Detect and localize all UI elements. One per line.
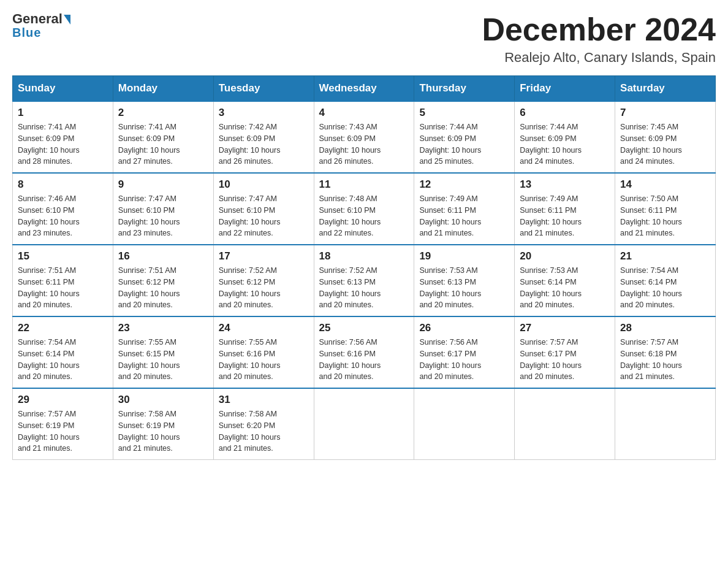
day-cell-10: 10Sunrise: 7:47 AMSunset: 6:10 PMDayligh… — [213, 173, 314, 245]
day-info: Sunrise: 7:45 AMSunset: 6:09 PMDaylight:… — [620, 121, 710, 167]
day-cell-4: 4Sunrise: 7:43 AMSunset: 6:09 PMDaylight… — [314, 101, 414, 173]
day-cell-29: 29Sunrise: 7:57 AMSunset: 6:19 PMDayligh… — [13, 388, 113, 460]
day-cell-30: 30Sunrise: 7:58 AMSunset: 6:19 PMDayligh… — [113, 388, 213, 460]
day-cell-17: 17Sunrise: 7:52 AMSunset: 6:12 PMDayligh… — [213, 245, 314, 316]
week-row-2: 8Sunrise: 7:46 AMSunset: 6:10 PMDaylight… — [13, 173, 716, 245]
day-cell-7: 7Sunrise: 7:45 AMSunset: 6:09 PMDaylight… — [615, 101, 716, 173]
day-number: 10 — [219, 178, 309, 191]
day-info: Sunrise: 7:52 AMSunset: 6:13 PMDaylight:… — [319, 265, 409, 311]
day-number: 18 — [319, 250, 409, 262]
day-cell-23: 23Sunrise: 7:55 AMSunset: 6:15 PMDayligh… — [113, 316, 213, 388]
day-info: Sunrise: 7:49 AMSunset: 6:11 PMDaylight:… — [520, 193, 610, 239]
day-number: 2 — [118, 107, 208, 119]
day-number: 30 — [118, 394, 208, 406]
day-info: Sunrise: 7:54 AMSunset: 6:14 PMDaylight:… — [18, 337, 108, 383]
day-number: 6 — [520, 107, 610, 119]
day-cell-27: 27Sunrise: 7:57 AMSunset: 6:17 PMDayligh… — [515, 316, 615, 388]
day-cell-6: 6Sunrise: 7:44 AMSunset: 6:09 PMDaylight… — [515, 101, 615, 173]
week-row-3: 15Sunrise: 7:51 AMSunset: 6:11 PMDayligh… — [13, 245, 716, 316]
day-cell-1: 1Sunrise: 7:41 AMSunset: 6:09 PMDaylight… — [13, 101, 113, 173]
day-number: 25 — [319, 322, 409, 334]
day-info: Sunrise: 7:53 AMSunset: 6:14 PMDaylight:… — [520, 265, 610, 311]
day-number: 16 — [118, 250, 208, 262]
day-cell-15: 15Sunrise: 7:51 AMSunset: 6:11 PMDayligh… — [13, 245, 113, 316]
day-cell-20: 20Sunrise: 7:53 AMSunset: 6:14 PMDayligh… — [515, 245, 615, 316]
day-number: 11 — [319, 178, 409, 191]
page-header: General Blue December 2024 Realejo Alto,… — [12, 12, 716, 66]
day-number: 23 — [118, 322, 208, 334]
day-cell-9: 9Sunrise: 7:47 AMSunset: 6:10 PMDaylight… — [113, 173, 213, 245]
day-info: Sunrise: 7:44 AMSunset: 6:09 PMDaylight:… — [520, 121, 610, 167]
day-info: Sunrise: 7:47 AMSunset: 6:10 PMDaylight:… — [219, 193, 309, 239]
day-cell-31: 31Sunrise: 7:58 AMSunset: 6:20 PMDayligh… — [213, 388, 314, 460]
logo-general: General — [12, 12, 70, 26]
day-info: Sunrise: 7:57 AMSunset: 6:19 PMDaylight:… — [18, 408, 108, 454]
day-number: 26 — [419, 322, 509, 334]
day-info: Sunrise: 7:43 AMSunset: 6:09 PMDaylight:… — [319, 121, 409, 167]
day-info: Sunrise: 7:42 AMSunset: 6:09 PMDaylight:… — [219, 121, 309, 167]
day-cell-14: 14Sunrise: 7:50 AMSunset: 6:11 PMDayligh… — [615, 173, 716, 245]
day-number: 27 — [520, 322, 610, 334]
day-info: Sunrise: 7:57 AMSunset: 6:17 PMDaylight:… — [520, 337, 610, 383]
day-cell-19: 19Sunrise: 7:53 AMSunset: 6:13 PMDayligh… — [414, 245, 515, 316]
week-row-4: 22Sunrise: 7:54 AMSunset: 6:14 PMDayligh… — [13, 316, 716, 388]
day-info: Sunrise: 7:52 AMSunset: 6:12 PMDaylight:… — [219, 265, 309, 311]
weekday-header-monday: Monday — [113, 76, 213, 102]
day-cell-5: 5Sunrise: 7:44 AMSunset: 6:09 PMDaylight… — [414, 101, 515, 173]
calendar-table: SundayMondayTuesdayWednesdayThursdayFrid… — [12, 75, 716, 460]
day-number: 13 — [520, 178, 610, 191]
empty-cell — [515, 388, 615, 460]
day-info: Sunrise: 7:58 AMSunset: 6:20 PMDaylight:… — [219, 408, 309, 454]
day-number: 17 — [219, 250, 309, 262]
week-row-1: 1Sunrise: 7:41 AMSunset: 6:09 PMDaylight… — [13, 101, 716, 173]
day-info: Sunrise: 7:51 AMSunset: 6:12 PMDaylight:… — [118, 265, 208, 311]
day-cell-18: 18Sunrise: 7:52 AMSunset: 6:13 PMDayligh… — [314, 245, 414, 316]
logo-blue: Blue — [12, 26, 41, 40]
title-section: December 2024 Realejo Alto, Canary Islan… — [482, 12, 716, 66]
day-number: 4 — [319, 107, 409, 119]
day-info: Sunrise: 7:48 AMSunset: 6:10 PMDaylight:… — [319, 193, 409, 239]
day-info: Sunrise: 7:41 AMSunset: 6:09 PMDaylight:… — [18, 121, 108, 167]
day-number: 21 — [620, 250, 710, 262]
day-info: Sunrise: 7:44 AMSunset: 6:09 PMDaylight:… — [419, 121, 509, 167]
day-info: Sunrise: 7:57 AMSunset: 6:18 PMDaylight:… — [620, 337, 710, 383]
day-number: 31 — [219, 394, 309, 406]
day-info: Sunrise: 7:47 AMSunset: 6:10 PMDaylight:… — [118, 193, 208, 239]
day-info: Sunrise: 7:56 AMSunset: 6:17 PMDaylight:… — [419, 337, 509, 383]
day-cell-26: 26Sunrise: 7:56 AMSunset: 6:17 PMDayligh… — [414, 316, 515, 388]
weekday-header-wednesday: Wednesday — [314, 76, 414, 102]
location-title: Realejo Alto, Canary Islands, Spain — [482, 50, 716, 66]
day-number: 1 — [18, 107, 108, 119]
day-info: Sunrise: 7:55 AMSunset: 6:16 PMDaylight:… — [219, 337, 309, 383]
day-number: 5 — [419, 107, 509, 119]
day-info: Sunrise: 7:56 AMSunset: 6:16 PMDaylight:… — [319, 337, 409, 383]
day-cell-2: 2Sunrise: 7:41 AMSunset: 6:09 PMDaylight… — [113, 101, 213, 173]
week-row-5: 29Sunrise: 7:57 AMSunset: 6:19 PMDayligh… — [13, 388, 716, 460]
day-cell-8: 8Sunrise: 7:46 AMSunset: 6:10 PMDaylight… — [13, 173, 113, 245]
weekday-header-thursday: Thursday — [414, 76, 515, 102]
day-number: 12 — [419, 178, 509, 191]
weekday-header-sunday: Sunday — [13, 76, 113, 102]
day-info: Sunrise: 7:49 AMSunset: 6:11 PMDaylight:… — [419, 193, 509, 239]
weekday-header-friday: Friday — [515, 76, 615, 102]
day-cell-28: 28Sunrise: 7:57 AMSunset: 6:18 PMDayligh… — [615, 316, 716, 388]
empty-cell — [615, 388, 716, 460]
day-info: Sunrise: 7:46 AMSunset: 6:10 PMDaylight:… — [18, 193, 108, 239]
day-cell-21: 21Sunrise: 7:54 AMSunset: 6:14 PMDayligh… — [615, 245, 716, 316]
day-cell-25: 25Sunrise: 7:56 AMSunset: 6:16 PMDayligh… — [314, 316, 414, 388]
logo: General Blue — [12, 12, 70, 40]
day-number: 14 — [620, 178, 710, 191]
month-title: December 2024 — [482, 12, 716, 47]
day-info: Sunrise: 7:41 AMSunset: 6:09 PMDaylight:… — [118, 121, 208, 167]
day-number: 8 — [18, 178, 108, 191]
day-info: Sunrise: 7:55 AMSunset: 6:15 PMDaylight:… — [118, 337, 208, 383]
day-cell-24: 24Sunrise: 7:55 AMSunset: 6:16 PMDayligh… — [213, 316, 314, 388]
day-cell-12: 12Sunrise: 7:49 AMSunset: 6:11 PMDayligh… — [414, 173, 515, 245]
weekday-header-saturday: Saturday — [615, 76, 716, 102]
day-number: 22 — [18, 322, 108, 334]
day-number: 3 — [219, 107, 309, 119]
day-cell-16: 16Sunrise: 7:51 AMSunset: 6:12 PMDayligh… — [113, 245, 213, 316]
day-info: Sunrise: 7:53 AMSunset: 6:13 PMDaylight:… — [419, 265, 509, 311]
day-cell-3: 3Sunrise: 7:42 AMSunset: 6:09 PMDaylight… — [213, 101, 314, 173]
weekday-header-row: SundayMondayTuesdayWednesdayThursdayFrid… — [13, 76, 716, 102]
